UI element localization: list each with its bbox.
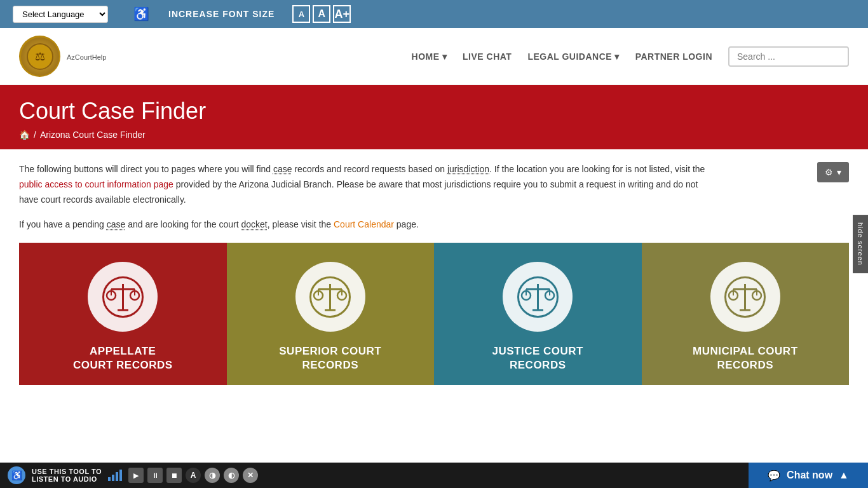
page-title: Court Case Finder (19, 98, 849, 125)
nav-live-chat[interactable]: LIVE CHAT (463, 51, 512, 62)
paragraph-1: The following buttons will direct you to… (19, 162, 718, 207)
settings-button[interactable]: ⚙ ▾ (817, 162, 849, 182)
main-nav: HOME ▾ LIVE CHAT LEGAL GUIDANCE ▾ PARTNE… (412, 46, 849, 67)
logo-text: AzCourtHelp (67, 53, 106, 61)
case-word-1: case (273, 164, 292, 174)
breadcrumb: 🏠 / Arizona Court Case Finder (19, 130, 849, 140)
superior-card-title: SUPERIOR COURTRECORDS (279, 344, 381, 372)
content-description: The following buttons will direct you to… (19, 162, 718, 233)
nav-legal-guidance[interactable]: LEGAL GUIDANCE ▾ (527, 51, 619, 62)
appellate-scales-icon (102, 276, 144, 318)
hero-section: Court Case Finder 🏠 / Arizona Court Case… (0, 85, 868, 149)
language-select[interactable]: Select Language (13, 6, 108, 23)
court-records-cards: APPELLATECOURT RECORDS SUPERIOR COURTREC… (19, 243, 849, 385)
superior-icon-circle (295, 262, 365, 332)
appellate-card-title: APPELLATECOURT RECORDS (73, 344, 173, 372)
top-bar: Select Language ♿ INCREASE FONT SIZE A A… (0, 0, 868, 28)
font-size-medium-button[interactable]: A (313, 5, 330, 23)
docket-word: docket (241, 219, 267, 229)
logo-seal-icon: ⚖ (27, 43, 53, 70)
nav-partner-login[interactable]: PARTNER LOGIN (635, 51, 712, 62)
justice-court-records-card[interactable]: JUSTICE COURTRECORDS (434, 243, 642, 385)
court-calendar-link[interactable]: Court Calendar (334, 219, 394, 229)
jurisdiction-word: jurisdiction (447, 164, 489, 174)
main-content: ⚙ ▾ The following buttons will direct yo… (0, 149, 868, 398)
superior-scales-icon (309, 276, 351, 318)
public-access-link[interactable]: public access to court information page (19, 179, 173, 189)
gear-icon: ⚙ (825, 167, 833, 177)
font-size-large-button[interactable]: A+ (333, 5, 351, 23)
municipal-court-records-card[interactable]: MUNICIPAL COURTRECORDS (642, 243, 850, 385)
justice-icon-circle (503, 262, 573, 332)
font-size-small-button[interactable]: A (292, 5, 310, 23)
appellate-court-records-card[interactable]: APPELLATECOURT RECORDS (19, 243, 227, 385)
font-size-buttons: A A A+ (292, 5, 351, 23)
search-input[interactable] (728, 46, 849, 67)
appellate-icon-circle (88, 262, 158, 332)
superior-court-records-card[interactable]: SUPERIOR COURTRECORDS (227, 243, 435, 385)
logo-circle: ⚖ (19, 36, 60, 77)
justice-card-title: JUSTICE COURTRECORDS (492, 344, 583, 372)
breadcrumb-home-link[interactable]: 🏠 (19, 130, 30, 140)
logo-area: ⚖ AzCourtHelp (19, 36, 106, 77)
municipal-icon-circle (710, 262, 780, 332)
header: ⚖ AzCourtHelp HOME ▾ LIVE CHAT LEGAL GUI… (0, 28, 868, 85)
svg-text:⚖: ⚖ (35, 50, 45, 63)
settings-dropdown-icon: ▾ (837, 167, 841, 177)
municipal-card-title: MUNICIPAL COURTRECORDS (693, 344, 798, 372)
breadcrumb-current: Arizona Court Case Finder (40, 130, 146, 140)
hide-screen-tab[interactable]: hide screen (853, 215, 868, 273)
font-size-label: INCREASE FONT SIZE (168, 9, 275, 19)
breadcrumb-separator: / (34, 130, 36, 140)
case-word-2: case (107, 219, 126, 229)
paragraph-2: If you have a pending case and are looki… (19, 217, 718, 233)
justice-scales-icon (517, 276, 559, 318)
logo-image: ⚖ (21, 37, 59, 76)
municipal-scales-icon (724, 276, 766, 318)
accessibility-icon: ♿ (133, 6, 149, 22)
nav-home[interactable]: HOME ▾ (412, 51, 447, 62)
